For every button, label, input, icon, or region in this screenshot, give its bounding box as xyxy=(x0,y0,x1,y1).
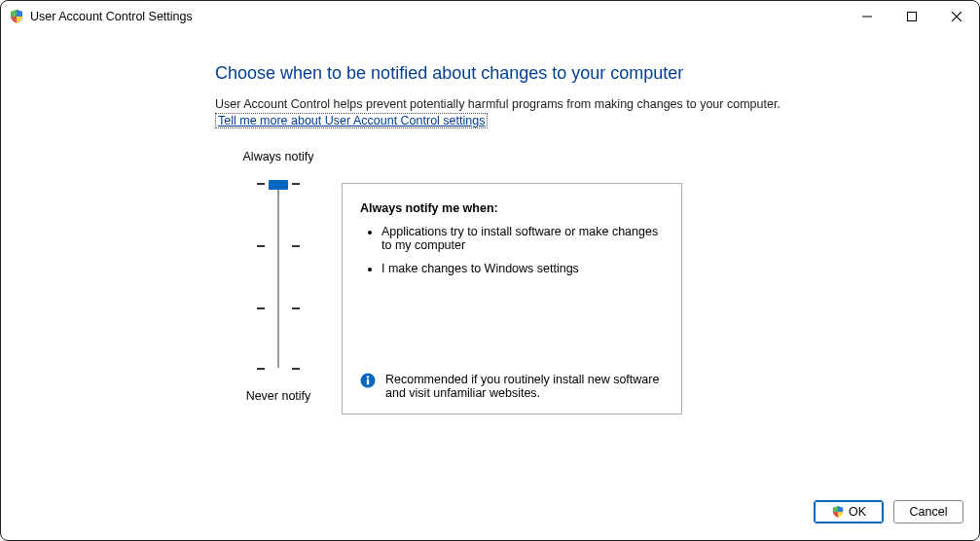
window-controls xyxy=(845,1,979,32)
uac-shield-icon xyxy=(831,505,845,519)
svg-rect-0 xyxy=(908,13,917,21)
slider-thumb[interactable] xyxy=(269,180,288,190)
footer: OK Cancel xyxy=(1,493,979,540)
minimize-button[interactable] xyxy=(845,1,889,32)
description-panel: Always notify me when: Applications try … xyxy=(342,183,682,415)
window-title: User Account Control Settings xyxy=(30,10,193,23)
ok-button[interactable]: OK xyxy=(814,500,884,523)
recommendation-text: Recommended if you routinely install new… xyxy=(385,373,664,400)
close-button[interactable] xyxy=(934,1,979,32)
info-icon xyxy=(360,373,376,388)
maximize-button[interactable] xyxy=(889,1,934,32)
slider-top-label: Always notify xyxy=(243,150,314,163)
page-subtext: User Account Control helps prevent poten… xyxy=(215,97,940,111)
panel-list-item: I make changes to Windows settings xyxy=(381,262,664,275)
uac-settings-window: User Account Control Settings Choose whe… xyxy=(0,0,980,541)
panel-list-item: Applications try to install software or … xyxy=(381,225,664,252)
content-area: Choose when to be notified about changes… xyxy=(1,32,979,493)
page-heading: Choose when to be notified about changes… xyxy=(215,63,940,84)
svg-rect-3 xyxy=(367,379,369,385)
help-link[interactable]: Tell me more about User Account Control … xyxy=(215,113,488,128)
cancel-button-label: Cancel xyxy=(910,505,948,519)
panel-title: Always notify me when: xyxy=(360,201,664,215)
ok-button-label: OK xyxy=(849,505,866,519)
titlebar: User Account Control Settings xyxy=(1,1,979,32)
cancel-button[interactable]: Cancel xyxy=(893,500,963,523)
panel-list: Applications try to install software or … xyxy=(360,225,664,275)
slider-bottom-label: Never notify xyxy=(246,389,311,403)
recommendation-row: Recommended if you routinely install new… xyxy=(360,373,664,400)
svg-point-2 xyxy=(367,376,370,379)
slider-area: Always notify Never notify Always notify… xyxy=(215,150,940,415)
uac-shield-icon xyxy=(9,9,24,24)
slider-column: Always notify Never notify xyxy=(215,150,342,403)
notification-slider[interactable] xyxy=(249,179,308,374)
